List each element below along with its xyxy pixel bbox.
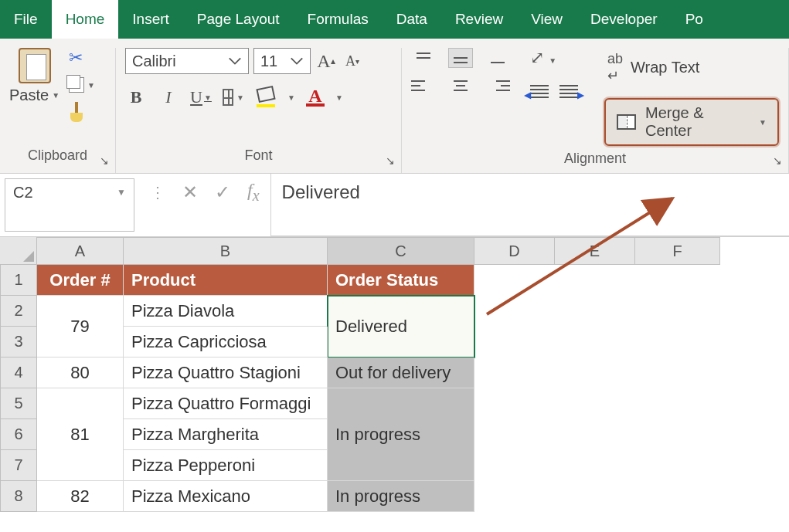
cell-b3[interactable]: Pizza Capricciosa xyxy=(124,327,328,357)
row-header-7[interactable]: 7 xyxy=(0,450,37,481)
cell-a2[interactable]: 79 xyxy=(37,296,124,357)
tab-developer[interactable]: Developer xyxy=(576,0,672,39)
chevron-down-icon: ▼ xyxy=(204,93,212,102)
header-product[interactable]: Product xyxy=(124,265,328,296)
col-header-e[interactable]: E xyxy=(555,237,635,265)
row-header-6[interactable]: 6 xyxy=(0,419,37,450)
dialog-launcher-icon[interactable]: ↘ xyxy=(386,154,395,167)
brush-icon xyxy=(69,102,84,122)
underline-button[interactable]: U▼ xyxy=(190,86,212,108)
format-painter-button[interactable] xyxy=(69,102,95,122)
copy-button[interactable]: ▼ xyxy=(69,77,95,93)
row-header-8[interactable]: 8 xyxy=(0,481,37,512)
tab-page-layout[interactable]: Page Layout xyxy=(183,0,294,39)
dialog-launcher-icon[interactable]: ↘ xyxy=(100,154,109,167)
cell-f1[interactable] xyxy=(635,265,720,296)
align-top-button[interactable] xyxy=(411,48,436,68)
cell-a8[interactable]: 82 xyxy=(37,481,124,512)
font-size-value: 11 xyxy=(260,53,277,70)
col-header-a[interactable]: A xyxy=(37,237,124,265)
bold-button[interactable]: B xyxy=(125,86,147,108)
group-clipboard: Paste▼ ▼ Clipboard↘ xyxy=(0,48,116,173)
cell-b8[interactable]: Pizza Mexicano xyxy=(124,481,328,512)
row-header-5[interactable]: 5 xyxy=(0,388,37,419)
tab-home[interactable]: Home xyxy=(52,0,119,39)
borders-button[interactable]: ▼ xyxy=(223,86,244,108)
cell-a4[interactable]: 80 xyxy=(37,357,124,388)
col-header-f[interactable]: F xyxy=(635,237,720,265)
chevron-down-icon[interactable]: ▼ xyxy=(335,93,343,102)
fill-color-button[interactable] xyxy=(255,86,277,108)
cell-c8[interactable]: In progress xyxy=(328,481,474,512)
chevron-down-icon[interactable]: ▼ xyxy=(287,93,295,102)
wrap-text-button[interactable]: ab↵Wrap Text xyxy=(604,48,779,87)
chevron-down-icon: ▼ xyxy=(52,91,60,100)
align-center-button[interactable] xyxy=(448,76,473,96)
scissors-icon xyxy=(69,48,83,68)
orientation-button[interactable]: ⤢ ▼ xyxy=(530,48,578,68)
cell-b7[interactable]: Pizza Pepperoni xyxy=(124,450,328,481)
fx-icon[interactable]: fx xyxy=(247,180,260,205)
paste-button[interactable]: Paste▼ xyxy=(9,48,60,122)
header-status[interactable]: Order Status xyxy=(328,265,474,296)
align-right-button[interactable] xyxy=(485,76,510,96)
clipboard-group-label: Clipboard xyxy=(28,147,87,163)
chevron-down-icon: ▼ xyxy=(87,81,95,90)
cell-e1[interactable] xyxy=(555,265,635,296)
col-header-d[interactable]: D xyxy=(474,237,555,265)
align-bottom-button[interactable] xyxy=(485,48,510,68)
font-size-combo[interactable]: 11 xyxy=(253,48,311,74)
merge-center-button[interactable]: Merge & Center▼ xyxy=(604,98,779,146)
decrease-font-icon[interactable]: A▾ xyxy=(342,50,363,72)
row-header-4[interactable]: 4 xyxy=(0,357,37,388)
select-all-corner[interactable] xyxy=(0,237,37,265)
ribbon-tabs: File Home Insert Page Layout Formulas Da… xyxy=(0,0,789,39)
col-header-b[interactable]: B xyxy=(124,237,328,265)
formula-value: Delivered xyxy=(282,181,360,203)
tab-insert[interactable]: Insert xyxy=(118,0,183,39)
enter-icon[interactable]: ✓ xyxy=(215,181,230,203)
cut-button[interactable] xyxy=(69,48,95,68)
tab-review[interactable]: Review xyxy=(441,0,517,39)
cell-c4[interactable]: Out for delivery xyxy=(328,357,474,388)
tab-formulas[interactable]: Formulas xyxy=(294,0,383,39)
row-header-3[interactable]: 3 xyxy=(0,327,37,357)
tab-more[interactable]: Po xyxy=(672,0,717,39)
cell-d1[interactable] xyxy=(474,265,555,296)
cell-c2[interactable]: Delivered xyxy=(328,296,474,357)
italic-button[interactable]: I xyxy=(158,86,179,108)
tab-data[interactable]: Data xyxy=(383,0,441,39)
decrease-indent-button[interactable]: ◀ xyxy=(530,85,549,98)
merge-center-label: Merge & Center xyxy=(645,104,750,140)
row-header-1[interactable]: 1 xyxy=(0,265,37,296)
merge-icon xyxy=(617,114,636,130)
header-order[interactable]: Order # xyxy=(37,265,124,296)
increase-indent-button[interactable]: ▶ xyxy=(559,85,578,98)
increase-font-icon[interactable]: A▴ xyxy=(315,50,337,72)
group-alignment: ⤢ ▼ ◀ ▶ ab↵Wrap Text Merge & Center▼ Ali… xyxy=(402,48,789,173)
cell-b4[interactable]: Pizza Quattro Stagioni xyxy=(124,357,328,388)
cell-b5[interactable]: Pizza Quattro Formaggi xyxy=(124,388,328,419)
cell-a5[interactable]: 81 xyxy=(37,388,124,481)
tab-view[interactable]: View xyxy=(517,0,576,39)
align-middle-button[interactable] xyxy=(448,48,473,68)
font-color-button[interactable]: A xyxy=(306,88,325,107)
spreadsheet-grid: A B C D E F 1 Order # Product Order Stat… xyxy=(0,237,789,512)
formula-input[interactable]: Delivered xyxy=(271,174,789,236)
tab-file[interactable]: File xyxy=(0,0,52,39)
align-left-button[interactable] xyxy=(411,76,436,96)
wrap-text-label: Wrap Text xyxy=(631,59,699,76)
name-box[interactable]: C2▼ xyxy=(5,178,134,232)
chevron-down-icon: ▼ xyxy=(236,93,244,102)
col-header-c[interactable]: C xyxy=(328,237,474,265)
dialog-launcher-icon[interactable]: ↘ xyxy=(773,154,782,167)
cancel-icon[interactable]: ✕ xyxy=(182,181,198,203)
row-header-2[interactable]: 2 xyxy=(0,296,37,327)
cell-b2[interactable]: Pizza Diavola xyxy=(124,296,328,327)
cell-b6[interactable]: Pizza Margherita xyxy=(124,419,328,450)
chevron-down-icon xyxy=(220,56,242,66)
cell-c5[interactable]: In progress xyxy=(328,388,474,481)
font-name-combo[interactable]: Calibri xyxy=(125,48,249,74)
name-box-value: C2 xyxy=(13,184,33,202)
chevron-down-icon xyxy=(282,56,304,66)
